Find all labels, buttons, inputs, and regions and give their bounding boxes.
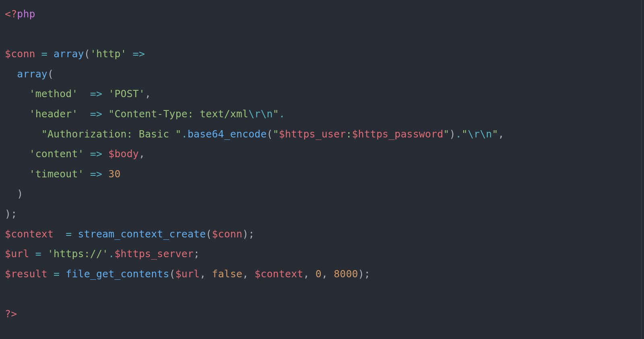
code-line: $context = stream_context_create($conn); — [5, 228, 254, 240]
editor-ruler — [641, 0, 642, 339]
code-line: "Authorization: Basic ".base64_encode("$… — [5, 128, 504, 140]
code-line: $result = file_get_contents($url, false,… — [5, 268, 370, 280]
code-line: ) — [5, 188, 23, 200]
php-close-tag: ?> — [5, 308, 17, 320]
code-line: array( — [5, 68, 54, 80]
code-line: 'method' => 'POST', — [5, 88, 151, 100]
php-open-tag: <?php — [5, 8, 35, 20]
code-line: ); — [5, 208, 17, 220]
code-line: 'header' => "Content-Type: text/xml\r\n"… — [5, 108, 285, 120]
code-line: 'content' => $body, — [5, 148, 145, 160]
code-editor-content[interactable]: <?php $conn = array('http' => array( 'me… — [0, 0, 644, 328]
code-line: $url = 'https://'.$https_server; — [5, 248, 200, 260]
code-line: 'timeout' => 30 — [5, 168, 121, 180]
code-line: $conn = array('http' => — [5, 48, 145, 60]
